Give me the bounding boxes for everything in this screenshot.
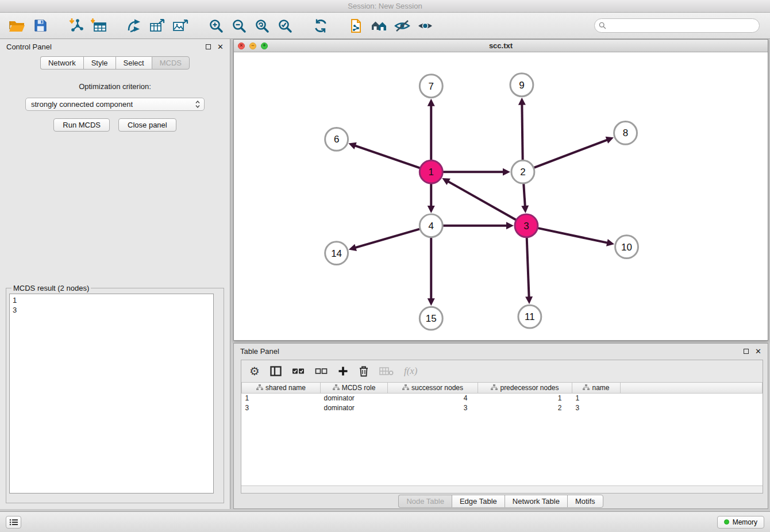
tab-edge-table[interactable]: Edge Table — [452, 495, 505, 508]
network-graph-svg[interactable]: 1234678910111415 — [234, 52, 768, 340]
tab-select[interactable]: Select — [116, 56, 152, 70]
add-column-button[interactable] — [338, 363, 348, 380]
first-neighbors-button[interactable] — [369, 16, 390, 36]
graphics-details-button[interactable] — [392, 16, 413, 36]
cell-mcds-role[interactable]: dominator — [321, 403, 388, 413]
import-network-button[interactable] — [66, 16, 86, 36]
tab-motifs[interactable]: Motifs — [567, 495, 603, 508]
search-icon — [599, 22, 606, 29]
export-network-button[interactable] — [124, 16, 145, 36]
tab-style[interactable]: Style — [83, 56, 116, 70]
table-row[interactable]: 1dominator411 — [242, 394, 763, 403]
cell-shared-name[interactable]: 3 — [242, 403, 321, 413]
import-table-button[interactable] — [88, 16, 109, 36]
node-9[interactable]: 9 — [510, 74, 533, 97]
right-column: scc.txt × − + 1234678910111415 Table Pan… — [230, 39, 770, 509]
edge-3-11[interactable] — [527, 237, 529, 298]
cell-successor-nodes[interactable]: 3 — [388, 403, 478, 413]
optimization-label: Optimization criterion: — [79, 82, 151, 91]
save-session-button[interactable] — [30, 16, 51, 36]
select-arrows-icon — [195, 101, 200, 108]
edge-3-10[interactable] — [537, 228, 608, 243]
table-settings-button[interactable]: ⚙ — [249, 363, 260, 380]
window-close-icon[interactable]: × — [238, 43, 245, 49]
cell-shared-name[interactable]: 1 — [242, 394, 321, 403]
memory-button[interactable]: Memory — [717, 516, 764, 529]
gear-icon: ⚙ — [249, 365, 260, 377]
tab-network-table[interactable]: Network Table — [505, 495, 567, 508]
cell-name[interactable]: 3 — [572, 403, 621, 413]
node-4[interactable]: 4 — [419, 214, 442, 237]
main-toolbar — [0, 13, 770, 39]
tab-node-table[interactable]: Node Table — [398, 495, 452, 508]
window-minimize-icon[interactable]: − — [249, 43, 256, 49]
edge-4-14[interactable] — [355, 229, 420, 248]
edge-2-8[interactable] — [534, 140, 608, 168]
edge-1-6[interactable] — [355, 145, 421, 168]
task-history-button[interactable] — [6, 516, 21, 529]
edge-2-9[interactable] — [522, 104, 522, 161]
network-canvas[interactable]: 1234678910111415 — [234, 52, 768, 340]
export-table-button[interactable] — [147, 16, 168, 36]
node-table: shared nameMCDS rolesuccessor nodesprede… — [241, 382, 763, 485]
column-header-successor-nodes[interactable]: successor nodes — [388, 383, 478, 394]
column-header-predecessor-nodes[interactable]: predecessor nodes — [478, 383, 572, 394]
node-7[interactable]: 7 — [419, 75, 442, 98]
table-horizontal-scrollbar[interactable] — [241, 485, 763, 493]
apply-layout-button[interactable] — [310, 16, 331, 36]
window-zoom-icon[interactable]: + — [261, 43, 268, 49]
select-all-button[interactable] — [292, 363, 305, 380]
edge-arrow-2-9 — [518, 98, 526, 105]
node-11[interactable]: 11 — [518, 305, 541, 328]
float-table-panel-icon[interactable] — [744, 349, 749, 354]
column-header-name[interactable]: name — [572, 383, 621, 394]
close-panel-button[interactable]: Close panel — [118, 118, 176, 132]
run-mcds-button[interactable]: Run MCDS — [53, 118, 110, 132]
node-14[interactable]: 14 — [325, 242, 348, 265]
file-group — [7, 16, 51, 36]
clone-network-button[interactable] — [346, 16, 367, 36]
cell-mcds-role[interactable]: dominator — [321, 394, 388, 403]
criterion-select[interactable]: strongly connected component — [25, 98, 205, 111]
column-header-mcds-role[interactable]: MCDS role — [321, 383, 388, 394]
zoom-fit-button[interactable] — [252, 16, 272, 36]
close-table-panel-icon[interactable]: ✕ — [755, 348, 761, 355]
edge-3-1[interactable] — [448, 181, 517, 220]
open-session-button[interactable] — [7, 16, 28, 36]
node-15[interactable]: 15 — [419, 307, 442, 330]
search-input[interactable] — [594, 18, 760, 33]
export-image-button[interactable] — [170, 16, 191, 36]
tab-network[interactable]: Network — [40, 56, 83, 70]
node-label-9: 9 — [519, 80, 524, 91]
mcds-result-box: MCDS result (2 nodes) 13 — [6, 284, 224, 503]
cell-predecessor-nodes[interactable]: 2 — [478, 403, 572, 413]
application-window: Session: New Session — [0, 0, 770, 532]
mcds-result-text[interactable]: 13 — [9, 294, 214, 494]
edge-arrow-4-15 — [428, 298, 435, 306]
open-folder-icon — [9, 19, 26, 33]
edge-2-3[interactable] — [523, 183, 525, 207]
cell-successor-nodes[interactable]: 4 — [388, 394, 478, 403]
column-header-shared-name[interactable]: shared name — [242, 383, 321, 394]
close-panel-icon[interactable]: ✕ — [217, 43, 224, 51]
table-row[interactable]: 3dominator323 — [242, 403, 763, 413]
delete-button[interactable] — [359, 363, 369, 380]
cell-name[interactable]: 1 — [572, 394, 621, 403]
show-hide-button[interactable] — [415, 16, 436, 36]
tab-mcds[interactable]: MCDS — [152, 56, 190, 70]
deselect-all-button[interactable] — [315, 363, 328, 380]
show-columns-button[interactable] — [270, 363, 282, 380]
graphics-details-icon — [394, 19, 410, 33]
node-10[interactable]: 10 — [615, 236, 638, 259]
float-panel-icon[interactable] — [206, 44, 211, 49]
zoom-selected-button[interactable] — [275, 16, 295, 36]
zoom-out-icon — [232, 18, 247, 33]
node-8[interactable]: 8 — [614, 122, 637, 145]
node-2[interactable]: 2 — [511, 160, 534, 183]
node-6[interactable]: 6 — [325, 128, 348, 151]
node-3[interactable]: 3 — [515, 214, 538, 237]
node-1[interactable]: 1 — [419, 160, 442, 183]
zoom-out-button[interactable] — [229, 16, 249, 36]
zoom-in-button[interactable] — [206, 16, 226, 36]
cell-predecessor-nodes[interactable]: 1 — [478, 394, 572, 403]
